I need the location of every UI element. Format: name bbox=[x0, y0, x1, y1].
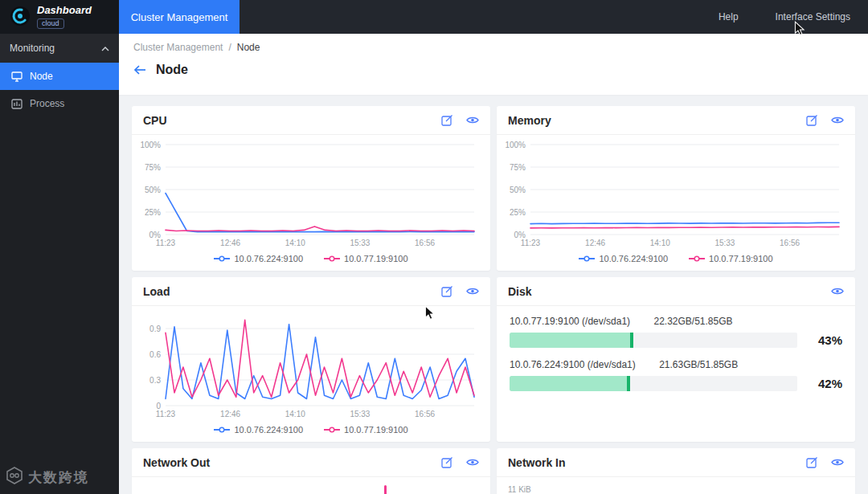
legend-item[interactable]: 10.0.76.224:9100 bbox=[579, 254, 668, 263]
eye-icon bbox=[466, 287, 479, 296]
chart-legend[interactable]: 10.0.76.224:910010.0.77.19:9100 bbox=[132, 249, 490, 268]
disk-percent: 43% bbox=[809, 333, 842, 347]
svg-text:11:23: 11:23 bbox=[156, 410, 176, 418]
y-axis-tick-label: 11 KiB bbox=[508, 485, 531, 494]
chevron-up-icon bbox=[101, 43, 109, 54]
help-link[interactable]: Help bbox=[719, 11, 739, 22]
chart-line-fragment bbox=[384, 485, 387, 494]
network-out-view-button[interactable] bbox=[466, 458, 479, 467]
svg-text:14:10: 14:10 bbox=[650, 239, 670, 247]
legend-item[interactable]: 10.0.77.19:9100 bbox=[324, 425, 408, 435]
disk-node-label: 10.0.77.19:9100 (/dev/sda1) bbox=[510, 316, 630, 327]
svg-text:0.3: 0.3 bbox=[149, 376, 161, 385]
edit-icon bbox=[441, 114, 453, 126]
topbar-links: Help Interface Settings bbox=[719, 0, 868, 34]
cpu-edit-button[interactable] bbox=[441, 114, 453, 126]
svg-text:15:33: 15:33 bbox=[350, 239, 370, 247]
load-view-button[interactable] bbox=[466, 287, 479, 296]
topbar: Dashboard cloud Cluster Management Help … bbox=[0, 0, 868, 34]
svg-text:16:56: 16:56 bbox=[415, 239, 435, 247]
load-card: Load 00.30.60.911:2312:4614:1015:3316:56… bbox=[132, 277, 490, 442]
chart-legend[interactable]: 10.0.76.224:910010.0.77.19:9100 bbox=[132, 420, 490, 439]
network-in-edit-button[interactable] bbox=[806, 456, 818, 468]
disk-view-button[interactable] bbox=[831, 287, 844, 296]
svg-text:75%: 75% bbox=[510, 163, 526, 172]
watermark: 大数跨境 bbox=[5, 466, 89, 489]
network-out-edit-button[interactable] bbox=[441, 456, 453, 468]
main-area: Cluster Management / Node Node CPU bbox=[119, 34, 868, 494]
legend-item[interactable]: 10.0.77.19:9100 bbox=[689, 254, 773, 263]
legend-item[interactable]: 10.0.77.19:9100 bbox=[324, 254, 408, 263]
svg-text:12:46: 12:46 bbox=[220, 410, 240, 418]
disk-card: Disk 10.0.77.19:9100 (/dev/sda1) 22.32GB… bbox=[497, 277, 855, 442]
legend-item[interactable]: 10.0.76.224:9100 bbox=[214, 425, 303, 435]
network-in-view-button[interactable] bbox=[831, 458, 844, 467]
svg-text:12:46: 12:46 bbox=[220, 239, 240, 247]
breadcrumb-separator: / bbox=[228, 42, 231, 53]
dashboard-grid: CPU 0%25%50%75%100%11:2312:4614:1015:331… bbox=[119, 95, 868, 494]
sidebar-item-process[interactable]: Process bbox=[0, 90, 119, 117]
svg-text:15:33: 15:33 bbox=[714, 239, 735, 247]
svg-text:100%: 100% bbox=[140, 141, 161, 149]
memory-edit-button[interactable] bbox=[806, 114, 818, 126]
disk-percent: 42% bbox=[809, 377, 842, 390]
load-chart: 00.30.60.911:2312:4614:1015:3316:56 bbox=[133, 309, 485, 420]
card-title: Network Out bbox=[143, 456, 210, 469]
disk-progress-bar bbox=[510, 376, 797, 391]
svg-text:15:33: 15:33 bbox=[350, 410, 370, 418]
disk-progress-bar bbox=[510, 333, 797, 348]
network-out-card: Network Out bbox=[132, 448, 490, 494]
svg-text:16:56: 16:56 bbox=[415, 410, 435, 418]
sidebar-item-node[interactable]: Node bbox=[0, 63, 119, 90]
svg-text:0%: 0% bbox=[149, 231, 162, 239]
page-title: Node bbox=[156, 63, 188, 77]
disk-row: 10.0.77.19:9100 (/dev/sda1) 22.32GB/51.8… bbox=[510, 316, 842, 348]
svg-text:14:10: 14:10 bbox=[285, 410, 305, 418]
eye-icon bbox=[831, 458, 844, 467]
svg-text:0: 0 bbox=[156, 402, 161, 410]
back-button[interactable] bbox=[133, 64, 146, 76]
chart-legend[interactable]: 10.0.76.224:910010.0.77.19:9100 bbox=[497, 249, 855, 268]
logo-badge: cloud bbox=[37, 18, 64, 29]
watermark-text: 大数跨境 bbox=[28, 468, 89, 487]
eye-icon bbox=[831, 287, 844, 296]
svg-text:25%: 25% bbox=[510, 208, 526, 217]
page-header: Cluster Management / Node Node bbox=[119, 34, 868, 95]
sidebar-item-label: Node bbox=[30, 71, 53, 82]
svg-text:50%: 50% bbox=[145, 186, 161, 194]
edit-icon bbox=[441, 456, 453, 468]
card-title: Disk bbox=[508, 285, 532, 298]
svg-text:50%: 50% bbox=[510, 186, 526, 194]
watermark-logo-icon bbox=[5, 466, 24, 489]
sidebar-group-monitoring[interactable]: Monitoring bbox=[0, 34, 119, 63]
disk-node-label: 10.0.76.224:9100 (/dev/sda1) bbox=[510, 359, 636, 370]
logo-title: Dashboard bbox=[37, 5, 92, 16]
sidebar-item-label: Process bbox=[30, 98, 64, 109]
tab-cluster-management[interactable]: Cluster Management bbox=[119, 0, 240, 34]
sidebar: Monitoring Node Process 大数跨境 bbox=[0, 34, 119, 494]
disk-progress-fill bbox=[510, 376, 630, 391]
svg-text:16:56: 16:56 bbox=[780, 239, 800, 247]
network-in-chart: 11 KiB bbox=[497, 477, 855, 494]
edit-icon bbox=[806, 456, 818, 468]
memory-view-button[interactable] bbox=[831, 116, 844, 125]
breadcrumb-parent[interactable]: Cluster Management bbox=[133, 42, 223, 53]
cpu-view-button[interactable] bbox=[466, 116, 479, 125]
process-icon bbox=[11, 99, 23, 109]
svg-text:11:23: 11:23 bbox=[521, 239, 541, 247]
memory-card: Memory 0%25%50%75%100%11:2312:4614:1015:… bbox=[497, 106, 855, 271]
card-title: Load bbox=[143, 285, 170, 298]
disk-row: 10.0.76.224:9100 (/dev/sda1) 21.63GB/51.… bbox=[510, 359, 842, 391]
network-in-card: Network In 11 KiB bbox=[497, 448, 855, 494]
sidebar-group-label: Monitoring bbox=[10, 43, 55, 54]
legend-item[interactable]: 10.0.76.224:9100 bbox=[214, 254, 303, 263]
interface-settings-link[interactable]: Interface Settings bbox=[776, 11, 850, 22]
node-icon bbox=[11, 71, 23, 82]
svg-text:0.6: 0.6 bbox=[149, 350, 161, 359]
disk-usage: 22.32GB/51.85GB bbox=[653, 316, 732, 327]
svg-text:0.9: 0.9 bbox=[149, 325, 161, 333]
svg-text:100%: 100% bbox=[505, 141, 526, 149]
disk-progress-fill bbox=[510, 333, 633, 348]
load-edit-button[interactable] bbox=[441, 285, 453, 297]
eye-icon bbox=[831, 116, 844, 125]
